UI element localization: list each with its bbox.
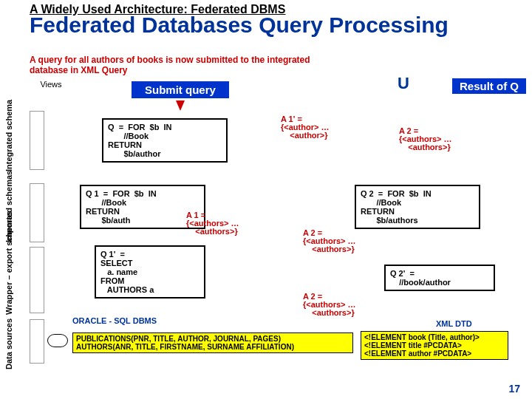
integrated-label: Integrated schema [4, 100, 13, 171]
note-a2-low: A 2 = {<authors> … <authors>} [303, 293, 356, 317]
intro-line1: A query for all authors of books is now … [30, 55, 310, 65]
note-a1p: A 1' = {<author> … <author>} [281, 115, 329, 140]
page-number: 17 [508, 383, 520, 395]
main-title: Federated Databases Query Processing [30, 15, 532, 36]
oracle-label: ORACLE - SQL DBMS [72, 316, 157, 325]
views-label: Views [40, 80, 62, 89]
wrapper-label: Wrapper – export schemas [4, 211, 13, 315]
arrow-icon [176, 100, 185, 111]
result-label: Result of Q [452, 78, 526, 94]
note-a1: A 1 = {<authors> … <authors>} [186, 211, 239, 236]
union-op: U [398, 74, 409, 93]
database-icon [47, 334, 68, 347]
query-q: Q = FOR $b IN //Book RETURN $b/author [102, 118, 228, 163]
publications-schema: PUBLICATIONS(PNR, TITLE, AUTHOR, JOURNAL… [72, 332, 353, 353]
query-q1p: Q 1' = SELECT a. name FROM AUTHORS a [95, 245, 205, 299]
query-q2: Q 2 = FOR $b IN //Book RETURN $b/authors [355, 185, 480, 229]
sources-label: Data sources [4, 318, 13, 369]
dtd-schema: <!ELEMENT book (Title, author)> <!ELEMEN… [361, 331, 508, 360]
axis-tick [30, 247, 44, 313]
axis-tick [30, 319, 44, 364]
submit-query-button[interactable]: Submit query [132, 81, 229, 98]
slide: A Widely Used Architecture: Federated DB… [0, 0, 532, 399]
note-a2-mid: A 2 = {<authors> … <authors>} [303, 229, 356, 253]
note-a2-top: A 2 = {<authors> … <authors>} [399, 127, 452, 151]
axis-tick [30, 183, 44, 242]
dtd-label: XML DTD [436, 319, 472, 328]
query-q2p: Q 2' = //book/author [384, 265, 495, 291]
axis-tick [30, 111, 44, 170]
intro-line2: database in XML Query [30, 65, 128, 75]
